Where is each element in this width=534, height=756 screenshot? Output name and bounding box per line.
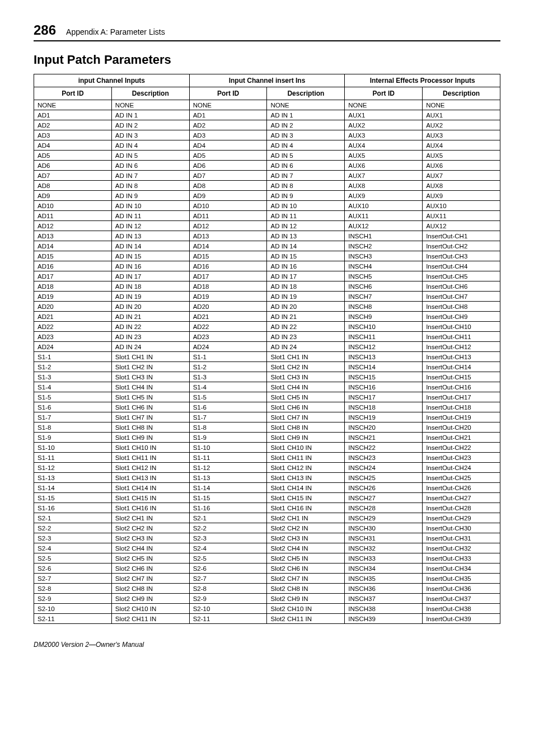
- table-cell: S1-8: [189, 422, 267, 433]
- table-cell: AUX6: [345, 161, 423, 171]
- table-row: S2-8Slot2 CH8 INS2-8Slot2 CH8 ININSCH36I…: [34, 584, 500, 594]
- page-header: 286 Appendix A: Parameter Lists: [34, 22, 500, 41]
- table-cell: AUX4: [345, 140, 423, 151]
- table-cell: AUX8: [423, 181, 500, 191]
- table-cell: AD IN 8: [111, 181, 189, 191]
- table-cell: AD20: [189, 302, 267, 312]
- table-cell: AD4: [189, 140, 267, 151]
- table-cell: Slot2 CH7 IN: [111, 574, 189, 584]
- table-cell: INSCH34: [345, 564, 423, 574]
- table-cell: S1-16: [34, 503, 112, 513]
- table-cell: InsertOut-CH23: [423, 453, 500, 463]
- table-cell: AD13: [34, 231, 112, 241]
- table-cell: AD17: [34, 271, 112, 281]
- table-row: AD6AD IN 6AD6AD IN 6AUX6AUX6: [34, 161, 500, 171]
- table-cell: S1-7: [189, 412, 267, 422]
- table-cell: Slot1 CH8 IN: [267, 422, 345, 433]
- table-cell: AUX10: [345, 201, 423, 211]
- table-cell: Slot2 CH8 IN: [267, 584, 345, 594]
- table-cell: AD IN 8: [267, 181, 345, 191]
- table-cell: S1-5: [34, 392, 112, 402]
- table-cell: Slot1 CH13 IN: [267, 473, 345, 483]
- appendix-title: Appendix A: Parameter Lists: [66, 27, 165, 36]
- table-cell: Slot1 CH4 IN: [111, 382, 189, 392]
- table-cell: INSCH17: [345, 392, 423, 402]
- table-row: S2-5Slot2 CH5 INS2-5Slot2 CH5 ININSCH33I…: [34, 553, 500, 564]
- table-cell: AD3: [189, 130, 267, 140]
- table-row: S1-2Slot1 CH2 INS1-2Slot1 CH2 ININSCH14I…: [34, 362, 500, 372]
- table-cell: AD7: [189, 171, 267, 181]
- table-cell: AD17: [189, 271, 267, 281]
- table-cell: AD12: [34, 221, 112, 231]
- document-page: 286 Appendix A: Parameter Lists Input Pa…: [0, 0, 534, 665]
- table-cell: Slot1 CH15 IN: [267, 493, 345, 503]
- table-cell: AD1: [189, 110, 267, 120]
- table-cell: AD19: [189, 292, 267, 302]
- table-cell: AD IN 9: [111, 191, 189, 201]
- table-cell: Slot2 CH11 IN: [111, 614, 189, 624]
- table-cell: AD IN 22: [111, 322, 189, 332]
- table-row: S1-1Slot1 CH1 INS1-1Slot1 CH1 ININSCH13I…: [34, 352, 500, 362]
- table-cell: AD IN 7: [267, 171, 345, 181]
- table-row: AD21AD IN 21AD21AD IN 21INSCH9InsertOut-…: [34, 312, 500, 322]
- table-cell: Slot1 CH9 IN: [111, 433, 189, 443]
- table-cell: Slot1 CH1 IN: [267, 352, 345, 362]
- table-row: S1-6Slot1 CH6 INS1-6Slot1 CH6 ININSCH18I…: [34, 402, 500, 412]
- table-cell: Slot2 CH10 IN: [267, 604, 345, 614]
- table-cell: InsertOut-CH18: [423, 402, 500, 412]
- table-cell: AD10: [189, 201, 267, 211]
- table-cell: INSCH28: [345, 503, 423, 513]
- table-cell: Slot1 CH11 IN: [111, 453, 189, 463]
- table-row: S1-5Slot1 CH5 INS1-5Slot1 CH5 ININSCH17I…: [34, 392, 500, 402]
- table-cell: AD IN 11: [111, 211, 189, 221]
- table-cell: AD IN 19: [111, 292, 189, 302]
- table-cell: Slot1 CH3 IN: [111, 372, 189, 382]
- table-cell: S2-3: [34, 533, 112, 543]
- table-cell: InsertOut-CH21: [423, 433, 500, 443]
- table-cell: AD5: [189, 151, 267, 161]
- table-cell: AUX10: [423, 201, 500, 211]
- table-cell: AD22: [34, 322, 112, 332]
- table-cell: Slot2 CH5 IN: [267, 553, 345, 564]
- col-header: Port ID: [34, 87, 112, 100]
- table-cell: Slot1 CH5 IN: [111, 392, 189, 402]
- table-cell: S1-2: [189, 362, 267, 372]
- table-cell: INSCH1: [345, 231, 423, 241]
- table-cell: AD23: [189, 332, 267, 342]
- table-cell: InsertOut-CH2: [423, 241, 500, 251]
- parameter-table: input Channel Inputs Input Channel inser…: [34, 74, 500, 624]
- table-cell: Slot2 CH3 IN: [267, 533, 345, 543]
- table-cell: Slot2 CH11 IN: [267, 614, 345, 624]
- table-cell: INSCH21: [345, 433, 423, 443]
- table-cell: Slot2 CH7 IN: [267, 574, 345, 584]
- table-cell: INSCH6: [345, 281, 423, 292]
- table-row: AD15AD IN 15AD15AD IN 15INSCH3InsertOut-…: [34, 251, 500, 261]
- table-cell: S1-9: [189, 433, 267, 443]
- group-header-row: input Channel Inputs Input Channel inser…: [34, 74, 500, 87]
- table-row: S1-9Slot1 CH9 INS1-9Slot1 CH9 ININSCH21I…: [34, 433, 500, 443]
- table-cell: AD IN 12: [267, 221, 345, 231]
- table-cell: INSCH2: [345, 241, 423, 251]
- table-cell: AD IN 1: [267, 110, 345, 120]
- table-cell: AD13: [189, 231, 267, 241]
- table-row: S1-14Slot1 CH14 INS1-14Slot1 CH14 ININSC…: [34, 483, 500, 493]
- table-cell: AD IN 18: [267, 281, 345, 292]
- table-row: AD3AD IN 3AD3AD IN 3AUX3AUX3: [34, 130, 500, 140]
- table-cell: INSCH30: [345, 523, 423, 533]
- table-cell: AD IN 4: [267, 140, 345, 151]
- table-cell: Slot1 CH10 IN: [267, 443, 345, 453]
- table-cell: Slot1 CH14 IN: [111, 483, 189, 493]
- table-cell: S2-2: [34, 523, 112, 533]
- table-cell: AD IN 17: [111, 271, 189, 281]
- table-cell: AD6: [189, 161, 267, 171]
- table-cell: Slot1 CH14 IN: [267, 483, 345, 493]
- col-header: Description: [111, 87, 189, 100]
- table-cell: AD IN 21: [111, 312, 189, 322]
- table-row: AD10AD IN 10AD10AD IN 10AUX10AUX10: [34, 201, 500, 211]
- table-cell: Slot1 CH10 IN: [111, 443, 189, 453]
- table-cell: AUX1: [345, 110, 423, 120]
- table-cell: InsertOut-CH14: [423, 362, 500, 372]
- table-cell: S2-6: [34, 564, 112, 574]
- table-cell: AD9: [34, 191, 112, 201]
- table-cell: InsertOut-CH3: [423, 251, 500, 261]
